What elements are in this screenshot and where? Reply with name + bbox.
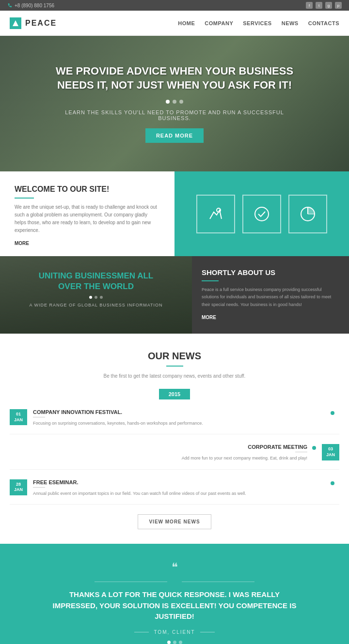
news-header: OUR NEWS Be the first to get the latest … (10, 351, 339, 409)
hero-dot-2[interactable] (173, 100, 176, 104)
check-icon (253, 205, 270, 223)
testimonial-line-left (95, 582, 167, 582)
nav-home[interactable]: HOME (178, 20, 195, 26)
dark-left: UNITING BUSINESSMEN ALL OVER THE WORLD A… (0, 256, 192, 334)
svg-marker-0 (13, 20, 18, 26)
news-date-3: 28 JAN (10, 479, 27, 495)
nav-links: HOME COMPANY SERVICES NEWS CONTACTS (178, 20, 339, 26)
pie-icon (299, 205, 317, 223)
news-text-1: Focusing on surprising conversations, ke… (33, 420, 331, 427)
testimonial-line (10, 582, 339, 582)
icon-box-pie[interactable] (288, 195, 327, 233)
t-dot-1[interactable] (167, 641, 171, 644)
shortly-more-link[interactable]: MORE (202, 315, 216, 320)
author-name: TOM, CLIENT (154, 629, 195, 635)
uniting-dots (12, 296, 180, 299)
news-year-badge: 2015 (159, 389, 190, 399)
t-dot-3[interactable] (179, 641, 182, 644)
nav-services[interactable]: SERVICES (243, 20, 271, 26)
icon-box-check[interactable] (242, 195, 281, 233)
testimonial-section: ❝ THANKS A LOT FOR THE QUICK RESPONSE. I… (0, 544, 349, 644)
hero-read-more-button[interactable]: READ MORE (145, 128, 204, 143)
news-divider-1 (33, 417, 45, 417)
news-dot-3 (331, 481, 334, 485)
hero-section: WE PROVIDE ADVICE WHEN YOUR BUSINESS NEE… (0, 36, 349, 171)
news-title-3[interactable]: FREE ESEMINAR. (33, 479, 331, 485)
author-line-right (200, 632, 215, 632)
uniting-dot-3[interactable] (100, 296, 103, 299)
hero-dots (48, 100, 301, 104)
phone-icon (7, 3, 12, 8)
icon-box-mountain[interactable] (196, 195, 235, 233)
news-divider-3 (33, 487, 45, 488)
nav-news[interactable]: NEWS (282, 20, 299, 26)
logo-svg (12, 20, 19, 27)
twitter-icon[interactable]: t (316, 2, 322, 9)
welcome-section: WELCOME TO OUR SITE! We are the unique s… (0, 171, 349, 256)
hero-content: WE PROVIDE ADVICE WHEN YOUR BUSINESS NEE… (39, 55, 310, 152)
welcome-more-link[interactable]: MORE (15, 241, 29, 246)
view-more-news-button[interactable]: VIEW MORE NEWS (138, 514, 211, 529)
testimonial-dots (10, 641, 339, 644)
t-dot-2[interactable] (173, 641, 176, 644)
hero-dot-3[interactable] (179, 100, 183, 104)
news-title-1[interactable]: COMPANY INNOVATION FESTIVAL. (33, 409, 331, 415)
news-dot-2 (312, 446, 316, 450)
news-item-3: 28 JAN FREE ESEMINAR. Annual public even… (10, 479, 339, 505)
social-links: f t g p (306, 2, 342, 9)
welcome-right (174, 171, 349, 256)
news-day-1: 01 (13, 412, 24, 417)
hero-dot-1[interactable] (166, 100, 170, 104)
news-divider-2 (295, 452, 307, 452)
logo-icon (10, 17, 21, 29)
news-body-2: CORPORATE MEETING Add more fun to your n… (10, 444, 307, 461)
testimonial-text: THANKS A LOT FOR THE QUICK RESPONSE. I W… (48, 589, 301, 622)
welcome-divider (15, 198, 34, 199)
dark-left-content: UNITING BUSINESSMEN ALL OVER THE WORLD A… (0, 256, 192, 322)
logo[interactable]: PEACE (10, 17, 57, 29)
uniting-dot-2[interactable] (95, 296, 97, 299)
phone-number: +8 (890) 880 1756 (15, 3, 54, 8)
nav-contacts[interactable]: CONTACTS (308, 20, 339, 26)
testimonial-author: TOM, CLIENT (10, 629, 339, 635)
news-date-1: 01 JAN (10, 409, 27, 425)
googleplus-icon[interactable]: g (325, 2, 332, 9)
shortly-title: SHORTLY ABOUT US (202, 268, 339, 276)
facebook-icon[interactable]: f (306, 2, 313, 9)
news-month-2: JAN (325, 452, 336, 458)
testimonial-line-right (182, 582, 254, 582)
news-title-2[interactable]: CORPORATE MEETING (10, 444, 307, 450)
news-text-2: Add more fun to your next company meetin… (10, 455, 307, 461)
author-line-left (134, 632, 149, 632)
hero-title: WE PROVIDE ADVICE WHEN YOUR BUSINESS NEE… (48, 64, 301, 92)
uniting-dot-1[interactable] (89, 296, 92, 299)
news-dot-1 (331, 411, 334, 415)
news-item-1: 01 JAN COMPANY INNOVATION FESTIVAL. Focu… (10, 409, 339, 434)
dark-right: SHORTLY ABOUT US Peace is a full service… (192, 256, 349, 334)
welcome-left: WELCOME TO OUR SITE! We are the unique s… (0, 171, 174, 256)
news-body-3: FREE ESEMINAR. Annual public event on im… (33, 479, 331, 497)
dark-section: UNITING BUSINESSMEN ALL OVER THE WORLD A… (0, 256, 349, 334)
logo-text: PEACE (25, 19, 57, 28)
news-month-1: JAN (13, 417, 24, 423)
news-day-2: 03 (325, 446, 336, 452)
news-day-3: 28 (13, 482, 24, 488)
news-item-2: CORPORATE MEETING Add more fun to your n… (10, 444, 339, 469)
news-title-divider (166, 366, 183, 367)
svg-point-2 (255, 207, 269, 221)
nav-company[interactable]: COMPANY (205, 20, 233, 26)
pinterest-icon[interactable]: p (335, 2, 342, 9)
navbar: PEACE HOME COMPANY SERVICES NEWS CONTACT… (0, 11, 349, 36)
welcome-text: We are the unique set-up, that is ready … (15, 203, 160, 234)
uniting-title-line2: OVER THE WORLD (58, 282, 134, 291)
news-subtitle: Be the first to get the latest company n… (10, 372, 339, 380)
news-month-3: JAN (13, 487, 24, 493)
welcome-title: WELCOME TO OUR SITE! (15, 185, 160, 194)
news-section: OUR NEWS Be the first to get the latest … (0, 334, 349, 544)
uniting-subtitle: A WIDE RANGE OF GLOBAL BUSINESS INFORMAT… (12, 303, 180, 307)
shortly-text: Peace is a full service business company… (202, 286, 339, 308)
uniting-title-line1: UNITING BUSINESSMEN ALL (39, 271, 153, 280)
news-footer: VIEW MORE NEWS (10, 514, 339, 529)
news-title: OUR NEWS (10, 351, 339, 362)
news-body-1: COMPANY INNOVATION FESTIVAL. Focusing on… (33, 409, 331, 427)
